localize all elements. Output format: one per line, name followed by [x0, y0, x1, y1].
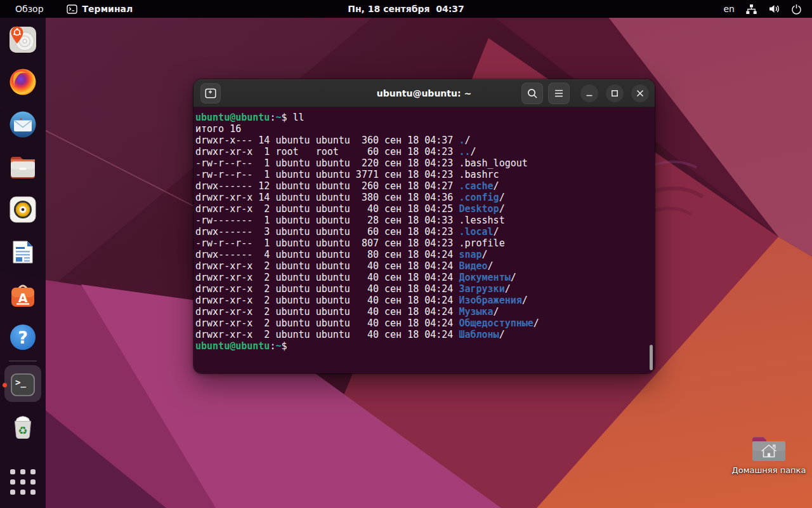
command-text: ll — [293, 112, 304, 123]
help-icon: ? — [8, 323, 37, 352]
file-row: drwxr-xr-x 2 ubuntu ubuntu 40 сен 18 04:… — [195, 306, 650, 318]
libreoffice-writer-icon — [8, 237, 37, 267]
home-folder-icon — [750, 433, 787, 464]
file-row: drwxr-xr-x 2 ubuntu ubuntu 40 сен 18 04:… — [195, 318, 650, 329]
dock-item-trash[interactable]: ♻ — [0, 406, 46, 448]
rhythmbox-icon — [8, 195, 37, 224]
dock-item-thunderbird[interactable] — [0, 103, 46, 145]
thunderbird-icon — [8, 110, 37, 139]
focused-app-name: Терминал — [82, 4, 133, 14]
close-button[interactable] — [631, 84, 649, 102]
files-icon — [8, 153, 37, 181]
dock-item-app-grid[interactable] — [0, 460, 46, 503]
terminal-window: ubuntu@ubuntu: ~ — [193, 79, 655, 373]
file-row: drwx------ 3 ubuntu ubuntu 60 сен 18 04:… — [195, 226, 650, 237]
menu-button[interactable] — [548, 83, 570, 104]
power-icon — [791, 4, 802, 15]
keyboard-layout-indicator[interactable]: en — [724, 4, 735, 14]
file-row: -rw------- 1 ubuntu ubuntu 28 сен 18 04:… — [195, 215, 650, 226]
wallpaper-mascot-lines — [652, 152, 722, 222]
dock-item-ubuntu-installer[interactable] — [0, 18, 46, 60]
file-row: drwxr-xr-x 2 ubuntu ubuntu 40 сен 18 04:… — [195, 283, 650, 295]
total-line: итого 16 — [195, 123, 650, 135]
terminal-app-icon — [67, 4, 77, 14]
terminal-header[interactable]: ubuntu@ubuntu: ~ — [193, 79, 655, 107]
search-icon — [527, 88, 538, 99]
file-row: drwxr-xr-x 2 ubuntu ubuntu 40 сен 18 04:… — [195, 272, 650, 283]
app-grid-icon — [10, 469, 36, 495]
maximize-icon — [611, 90, 619, 97]
file-row: -rw-r--r-- 1 ubuntu ubuntu 807 сен 18 04… — [195, 237, 650, 249]
file-row: drwx------ 4 ubuntu ubuntu 80 сен 18 04:… — [195, 249, 650, 260]
file-row: drwxr-xr-x 2 ubuntu ubuntu 40 сен 18 04:… — [195, 203, 650, 215]
menu-icon — [554, 90, 564, 97]
trash-icon: ♻ — [8, 413, 37, 442]
volume-icon — [768, 4, 780, 14]
svg-text:>_: >_ — [15, 377, 26, 388]
dock-separator — [9, 361, 37, 361]
running-indicator-dot — [3, 383, 7, 387]
activities-button[interactable]: Обзор — [11, 3, 48, 15]
dock: A ? >_ ♻ — [0, 18, 46, 508]
file-row: drwxr-xr-x 1 root root 60 сен 18 04:23 .… — [195, 146, 650, 157]
top-bar: Обзор Терминал Пн, 18 сентября 04:37 en — [0, 0, 812, 18]
svg-text:A: A — [18, 291, 28, 305]
prompt-line: ubuntu@ubuntu:~$ — [195, 340, 650, 352]
dock-item-terminal[interactable]: >_ — [0, 363, 46, 406]
dock-item-libreoffice-writer[interactable] — [0, 231, 46, 273]
new-tab-icon — [205, 88, 216, 98]
file-row: drwxr-xr-x 2 ubuntu ubuntu 40 сен 18 04:… — [195, 329, 650, 340]
new-tab-button[interactable] — [200, 83, 221, 104]
file-row: -rw-r--r-- 1 ubuntu ubuntu 3771 сен 18 0… — [195, 169, 650, 180]
firefox-icon — [8, 67, 37, 97]
scrollbar-thumb[interactable] — [650, 345, 653, 370]
network-tree-icon — [745, 4, 757, 15]
dock-item-files[interactable] — [0, 145, 46, 188]
svg-text:♻: ♻ — [18, 424, 27, 436]
minimize-icon — [586, 90, 593, 97]
file-row: drwxr-xr-x 14 ubuntu ubuntu 380 сен 18 0… — [195, 192, 650, 203]
dock-item-firefox[interactable] — [0, 60, 46, 103]
file-row: drwxr-xr-x 2 ubuntu ubuntu 40 сен 18 04:… — [195, 295, 650, 306]
prompt-line: ubuntu@ubuntu:~$ ll — [195, 112, 650, 123]
file-row: drwxr-xr-x 2 ubuntu ubuntu 40 сен 18 04:… — [195, 260, 650, 272]
file-listing: drwxr-x--- 14 ubuntu ubuntu 360 сен 18 0… — [195, 135, 650, 340]
dock-item-ubuntu-software[interactable]: A — [0, 273, 46, 316]
terminal-icon: >_ — [8, 370, 37, 399]
file-row: -rw-r--r-- 1 ubuntu ubuntu 220 сен 18 04… — [195, 157, 650, 169]
file-row: drwxr-x--- 14 ubuntu ubuntu 360 сен 18 0… — [195, 135, 650, 146]
dock-item-help[interactable]: ? — [0, 316, 46, 358]
close-icon — [636, 90, 644, 97]
ubuntu-software-icon: A — [8, 280, 37, 309]
desktop: Обзор Терминал Пн, 18 сентября 04:37 en — [0, 0, 812, 508]
search-button[interactable] — [521, 83, 543, 104]
focused-app-menu[interactable]: Терминал — [67, 4, 133, 14]
terminal-body[interactable]: ubuntu@ubuntu:~$ ll итого 16 drwxr-x--- … — [193, 107, 655, 373]
file-row: drwx------ 12 ubuntu ubuntu 260 сен 18 0… — [195, 180, 650, 192]
home-folder-label: Домашняя папка — [727, 465, 811, 475]
system-status-area[interactable]: en — [724, 4, 812, 15]
minimize-button[interactable] — [580, 84, 598, 102]
svg-text:?: ? — [18, 327, 28, 347]
ubuntu-installer-icon — [8, 24, 38, 55]
dock-item-rhythmbox[interactable] — [0, 188, 46, 231]
home-folder-desktop-icon[interactable]: Домашняя папка — [727, 433, 811, 475]
maximize-button[interactable] — [606, 84, 624, 102]
